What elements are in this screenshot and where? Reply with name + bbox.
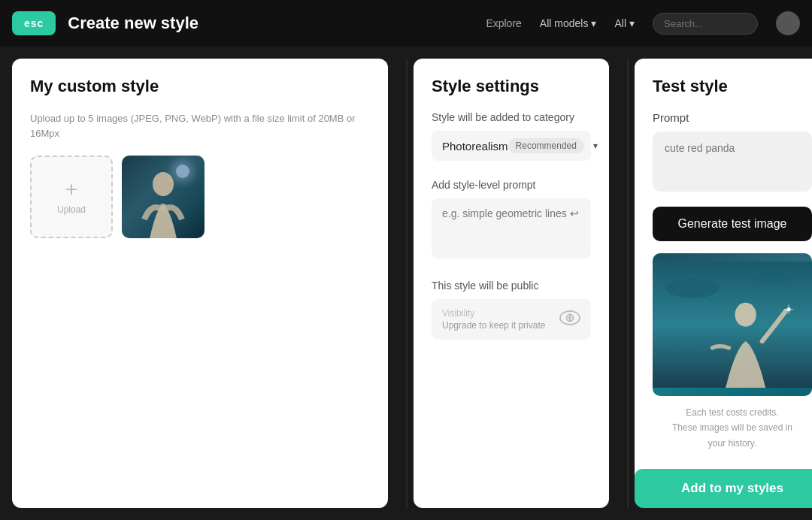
right-divider [627,59,629,508]
upload-button[interactable]: + Upload [30,156,113,238]
right-panel-title: Test style [653,77,812,96]
category-value: Photorealism [442,140,508,153]
visibility-text: Visibility Upgrade to keep it private [442,308,545,331]
prompt-section-label: Add style-level prompt [432,179,591,191]
eye-icon [559,310,580,329]
visibility-subtitle: Upgrade to keep it private [442,320,545,331]
svg-point-7 [666,278,720,298]
style-prompt-input[interactable] [432,198,591,258]
main-area: My custom style Upload up to 5 images (J… [0,47,812,520]
top-bar: esc Create new style Explore All models … [0,0,812,47]
test-image-credits: Each test costs credits. These images wi… [653,405,812,451]
generate-test-image-button[interactable]: Generate test image [653,207,812,241]
right-panel: Test style Prompt Generate test image [635,59,812,508]
chevron-down-icon: ▾ [591,17,596,29]
test-image [653,253,812,396]
svg-point-0 [153,172,174,196]
esc-button[interactable]: esc [12,11,56,35]
nav-all-models[interactable]: All models ▾ [540,17,597,29]
visibility-title: Visibility [442,308,545,319]
visibility-section-label: This style will be public [432,280,591,292]
upload-label: Upload [57,204,86,215]
category-label: Style will be added to category [432,111,591,123]
add-to-styles-button[interactable]: Add to my styles [635,469,812,508]
moon-decoration [176,165,189,178]
category-dropdown[interactable]: Photorealism Recommended ▾ [432,131,591,161]
svg-point-8 [753,271,792,285]
nav-all[interactable]: All ▾ [614,17,635,29]
page-title: Create new style [68,14,198,33]
uploaded-image [122,156,205,238]
upload-area: + Upload [30,156,370,238]
figure-silhouette [122,163,205,238]
search-input[interactable] [653,13,758,35]
test-image-figure [653,253,812,396]
chevron-down-icon: ▾ [629,17,635,29]
credits-line1: Each test costs credits. [686,407,778,418]
top-navigation: Explore All models ▾ All ▾ [486,11,800,35]
visibility-box: Visibility Upgrade to keep it private [432,299,591,340]
avatar [776,11,800,35]
recommended-badge: Recommended [508,138,584,153]
middle-panel-title: Style settings [432,77,591,96]
left-panel: My custom style Upload up to 5 images (J… [12,59,388,508]
category-row-right: Recommended ▾ [508,138,598,153]
nav-explore[interactable]: Explore [486,17,521,29]
plus-icon: + [65,179,77,200]
left-panel-title: My custom style [30,77,370,96]
svg-point-9 [735,303,756,327]
upload-hint: Upload up to 5 images (JPEG, PNG, WebP) … [30,111,370,141]
middle-panel: Style settings Style will be added to ca… [414,59,609,508]
chevron-down-icon: ▾ [593,141,598,151]
left-divider [406,59,408,508]
test-prompt-input[interactable] [653,132,812,192]
credits-line3: your history. [708,438,756,449]
credits-line2: These images will be saved in [672,422,792,433]
prompt-label: Prompt [653,111,812,124]
